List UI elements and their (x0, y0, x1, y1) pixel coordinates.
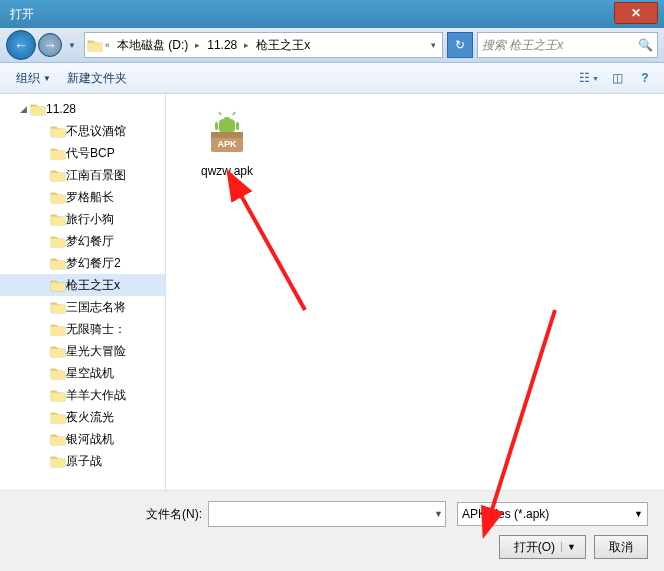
search-input[interactable]: 搜索 枪王之王x 🔍 (477, 32, 658, 58)
close-icon: ✕ (631, 6, 641, 20)
organize-menu[interactable]: 组织 ▼ (8, 70, 59, 87)
navbar: ← → ▼ « 本地磁盘 (D:) ▸ 11.28 ▸ 枪王之王x ▾ ↻ 搜索… (0, 28, 664, 63)
back-button[interactable]: ← (6, 30, 36, 60)
chevron-down-icon: ▼ (634, 509, 643, 519)
folder-icon (50, 366, 66, 380)
tree-item[interactable]: 枪王之王x (0, 274, 165, 296)
preview-toggle[interactable]: ◫ (606, 68, 628, 88)
tree-item[interactable]: 江南百景图 (0, 164, 165, 186)
tree-item[interactable]: 旅行小狗 (0, 208, 165, 230)
chevron-right-icon: ▸ (242, 40, 251, 50)
tree-item[interactable]: 原子战 (0, 450, 165, 472)
view-icon: ☷ (579, 71, 590, 85)
tree-item-label: 无限骑士： (66, 321, 126, 338)
dropdown-icon[interactable]: ▾ (429, 40, 438, 50)
folder-icon (50, 432, 66, 446)
tree-item-label: 罗格船长 (66, 189, 114, 206)
new-folder-button[interactable]: 新建文件夹 (59, 70, 135, 87)
folder-icon (50, 454, 66, 468)
tree-item[interactable]: 代号BCP (0, 142, 165, 164)
folder-tree[interactable]: ◢ 11.28 不思议酒馆代号BCP江南百景图罗格船长旅行小狗梦幻餐厅梦幻餐厅2… (0, 94, 166, 490)
path-segment-2[interactable]: 枪王之王x (251, 37, 315, 54)
chevron-icon: « (103, 40, 112, 50)
tree-item-label: 不思议酒馆 (66, 123, 126, 140)
folder-icon (50, 256, 66, 270)
tree-item-label: 枪王之王x (66, 277, 120, 294)
svg-text:APK: APK (217, 139, 237, 149)
bottom-panel: 文件名(N): ▼ APK files (*.apk) ▼ 打开(O) ▼ 取消 (0, 490, 664, 571)
tree-item-label: 三国志名将 (66, 299, 126, 316)
folder-icon (50, 278, 66, 292)
tree-item[interactable]: 梦幻餐厅2 (0, 252, 165, 274)
folder-icon (50, 190, 66, 204)
tree-item-label: 江南百景图 (66, 167, 126, 184)
filetype-select[interactable]: APK files (*.apk) ▼ (457, 502, 648, 526)
svg-point-9 (230, 117, 232, 119)
tree-item[interactable]: 银河战机 (0, 428, 165, 450)
cancel-button[interactable]: 取消 (594, 535, 648, 559)
preview-icon: ◫ (612, 71, 623, 85)
chevron-down-icon: ▼ (43, 74, 51, 83)
folder-icon (50, 124, 66, 138)
svg-line-7 (233, 112, 235, 115)
tree-item[interactable]: 三国志名将 (0, 296, 165, 318)
folder-icon (50, 234, 66, 248)
breadcrumb[interactable]: « 本地磁盘 (D:) ▸ 11.28 ▸ 枪王之王x ▾ (84, 32, 443, 58)
window-title: 打开 (10, 6, 34, 23)
tree-item-label: 星光大冒险 (66, 343, 126, 360)
forward-button[interactable]: → (38, 33, 62, 57)
tree-item-label: 银河战机 (66, 431, 114, 448)
folder-icon (50, 410, 66, 424)
tree-item-label: 原子战 (66, 453, 102, 470)
tree-item-label: 羊羊大作战 (66, 387, 126, 404)
folder-icon (50, 344, 66, 358)
search-placeholder: 搜索 枪王之王x (482, 37, 563, 54)
open-dropdown[interactable]: ▼ (561, 542, 581, 552)
view-menu[interactable]: ☷ ▼ (578, 68, 600, 88)
apk-icon: APK (203, 110, 251, 158)
search-icon: 🔍 (638, 38, 653, 52)
dropdown-icon[interactable]: ▼ (434, 509, 443, 519)
tree-item[interactable]: 不思议酒馆 (0, 120, 165, 142)
chevron-down-icon: ▼ (592, 75, 599, 82)
folder-icon (50, 300, 66, 314)
tree-item-label: 星空战机 (66, 365, 114, 382)
folder-icon (50, 322, 66, 336)
tree-item[interactable]: 罗格船长 (0, 186, 165, 208)
file-item-apk[interactable]: APK qwzw.apk (182, 110, 272, 178)
svg-rect-4 (215, 122, 218, 130)
filename-label: 文件名(N): (146, 506, 202, 523)
help-icon: ? (641, 71, 648, 85)
tree-item-label: 代号BCP (66, 145, 115, 162)
tree-item-label: 梦幻餐厅 (66, 233, 114, 250)
history-dropdown[interactable]: ▼ (68, 41, 76, 50)
tree-item[interactable]: 星光大冒险 (0, 340, 165, 362)
refresh-button[interactable]: ↻ (447, 32, 473, 58)
close-button[interactable]: ✕ (614, 2, 658, 24)
tree-item[interactable]: 羊羊大作战 (0, 384, 165, 406)
tree-root[interactable]: ◢ 11.28 (0, 98, 165, 120)
file-label: qwzw.apk (182, 164, 272, 178)
tree-item[interactable]: 星空战机 (0, 362, 165, 384)
arrow-left-icon: ← (14, 37, 28, 53)
svg-rect-1 (211, 132, 243, 138)
path-segment-1[interactable]: 11.28 (202, 38, 242, 52)
titlebar: 打开 ✕ (0, 0, 664, 28)
folder-icon (87, 38, 103, 52)
arrow-right-icon: → (43, 37, 57, 53)
tree-item[interactable]: 夜火流光 (0, 406, 165, 428)
tree-item[interactable]: 无限骑士： (0, 318, 165, 340)
path-segment-drive[interactable]: 本地磁盘 (D:) (112, 37, 193, 54)
folder-icon (50, 168, 66, 182)
folder-icon (50, 212, 66, 226)
tree-item[interactable]: 梦幻餐厅 (0, 230, 165, 252)
svg-line-6 (219, 112, 221, 115)
expand-icon[interactable]: ◢ (20, 104, 30, 114)
chevron-right-icon: ▸ (193, 40, 202, 50)
file-list[interactable]: APK qwzw.apk (166, 94, 664, 490)
tree-item-label: 夜火流光 (66, 409, 114, 426)
refresh-icon: ↻ (455, 38, 465, 52)
open-button[interactable]: 打开(O) ▼ (499, 535, 586, 559)
filename-input[interactable] (208, 501, 446, 527)
help-button[interactable]: ? (634, 68, 656, 88)
